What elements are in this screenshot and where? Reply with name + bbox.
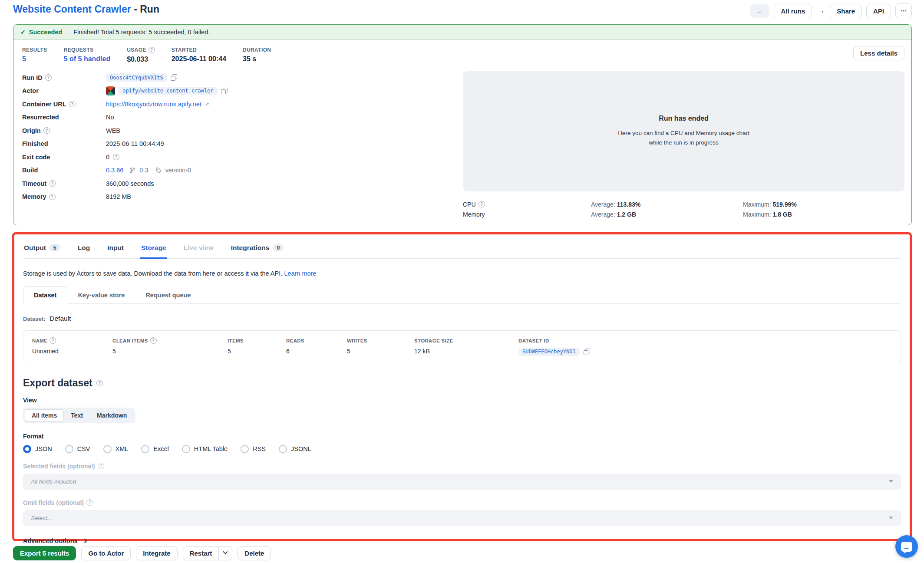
detail-row-origin: Origin WEB <box>22 124 463 138</box>
format-radio-xml[interactable]: XML <box>103 445 129 453</box>
subtab-key-value-store[interactable]: Key-value store <box>67 287 135 303</box>
usage-chart-column: Run has ended Here you can find a CPU an… <box>463 71 904 218</box>
tab-integrations[interactable]: Integrations 0 <box>230 241 285 259</box>
memory-average-value: 1.2 GB <box>617 211 636 218</box>
learn-more-link[interactable]: Learn more <box>284 270 316 277</box>
memory-maximum-value: 1.8 GB <box>772 211 792 218</box>
format-radio-excel[interactable]: Excel <box>141 445 168 453</box>
arrow-left-icon: ← <box>756 7 763 15</box>
selected-fields-select[interactable]: All fields included <box>23 474 901 490</box>
container-url-link[interactable]: https://8koxjyodztow.runs.apify.net <box>106 101 201 108</box>
copy-icon[interactable] <box>171 74 177 81</box>
more-options-button[interactable]: ⋯ <box>895 3 912 18</box>
build-branch: 0.3 <box>139 167 148 174</box>
detail-row-run-id: Run ID Ooosc4tCYqubVXItS <box>22 71 463 85</box>
format-radio-jsonl[interactable]: JSONL <box>279 445 311 453</box>
subtab-dataset[interactable]: Dataset <box>23 286 67 304</box>
go-to-actor-button[interactable]: Go to Actor <box>81 546 131 560</box>
radio-icon <box>103 445 112 453</box>
format-radio-rss[interactable]: RSS <box>241 445 266 453</box>
help-icon[interactable] <box>43 127 50 134</box>
help-icon[interactable] <box>113 154 119 160</box>
detail-row-build: Build 0.3.66 0.3 <box>22 164 463 177</box>
share-button[interactable]: Share <box>830 4 862 18</box>
build-tag: version-0 <box>165 167 191 174</box>
status-text: Succeeded <box>29 29 63 36</box>
stat-results: RESULTS 5 <box>22 46 47 63</box>
storage-section-annotated: Output 5 Log Input Storage Live view Int… <box>12 232 912 541</box>
tab-input[interactable]: Input <box>106 241 125 259</box>
radio-icon <box>182 445 190 453</box>
help-icon[interactable] <box>86 499 93 506</box>
export-dataset-heading: Export dataset <box>23 377 901 389</box>
dataset-stats-card: NAME Unnamed CLEAN ITEMS 5 ITEMS 5 READS… <box>23 330 901 363</box>
help-icon[interactable] <box>45 74 52 81</box>
view-segmented-control: All items Text Markdown <box>23 408 135 423</box>
results-value-link[interactable]: 5 <box>22 55 47 63</box>
next-run-button[interactable]: → <box>816 3 825 18</box>
chat-widget-button[interactable] <box>895 535 918 558</box>
delete-button[interactable]: Delete <box>238 546 271 560</box>
omit-fields-select[interactable]: Select... <box>23 510 901 526</box>
export-results-button[interactable]: Export 5 results <box>13 546 76 560</box>
stat-requests: REQUESTS 5 of 5 handled <box>64 46 111 63</box>
actor-chip[interactable]: apify/website-content-crawler <box>119 87 218 95</box>
actor-logo-icon <box>106 86 115 95</box>
restart-button[interactable]: Restart <box>183 546 219 560</box>
view-option-markdown[interactable]: Markdown <box>90 409 134 421</box>
dataset-name: Default <box>50 315 71 323</box>
dataset-id-chip[interactable]: SUDWEFEOHcheyYND3 <box>518 348 580 356</box>
status-message: Finished! Total 5 requests: 5 succeeded,… <box>73 29 210 36</box>
format-radio-html-table[interactable]: HTML Table <box>182 445 228 453</box>
help-icon[interactable] <box>148 47 155 53</box>
view-option-all-items[interactable]: All items <box>25 409 64 421</box>
subtab-request-queue[interactable]: Request queue <box>135 287 201 303</box>
radio-icon <box>141 445 149 453</box>
integrate-button[interactable]: Integrate <box>136 546 177 560</box>
help-icon[interactable] <box>69 101 76 107</box>
help-icon[interactable] <box>49 194 56 200</box>
build-version-link[interactable]: 0.3.66 <box>106 167 123 174</box>
actor-title-link[interactable]: Website Content Crawler <box>13 3 131 15</box>
copy-icon[interactable] <box>584 349 590 355</box>
detail-row-finished: Finished 2025-06-11 00:44:49 <box>22 137 463 151</box>
prev-run-button[interactable]: ← <box>750 4 769 18</box>
tab-storage[interactable]: Storage <box>140 241 167 259</box>
chart-placeholder-line1: Here you can find a CPU and Memory usage… <box>618 130 749 136</box>
radio-icon <box>65 445 73 453</box>
copy-icon[interactable] <box>221 88 228 94</box>
status-banner: ✓ Succeeded Finished! Total 5 requests: … <box>13 25 911 40</box>
format-radio-csv[interactable]: CSV <box>65 445 90 453</box>
help-icon[interactable] <box>478 201 485 207</box>
chevron-down-icon <box>889 517 893 519</box>
footer-action-bar: Export 5 results Go to Actor Integrate R… <box>0 543 924 563</box>
storage-subtabs: Dataset Key-value store Request queue <box>23 286 901 304</box>
format-radio-json[interactable]: JSON <box>23 445 52 453</box>
dataset-stat-writes: WRITES 5 <box>347 337 414 356</box>
dataset-stat-storage-size: STORAGE SIZE 12 kB <box>414 337 518 356</box>
tab-output[interactable]: Output 5 <box>23 241 61 259</box>
run-stats-row: RESULTS 5 REQUESTS 5 of 5 handled USAGE … <box>22 46 904 63</box>
help-icon[interactable] <box>49 180 56 187</box>
less-details-button[interactable]: Less details <box>853 46 904 60</box>
stat-usage: USAGE $0.033 <box>127 46 155 63</box>
detail-row-resurrected: Resurrected No <box>22 111 463 124</box>
help-icon[interactable] <box>98 463 104 469</box>
help-icon[interactable] <box>150 337 157 344</box>
help-icon[interactable] <box>96 380 103 386</box>
stat-started: STARTED 2025-06-11 00:44 <box>172 46 226 63</box>
tab-log[interactable]: Log <box>77 241 91 259</box>
chart-placeholder: Run has ended Here you can find a CPU an… <box>463 71 904 191</box>
run-id-chip[interactable]: Ooosc4tCYqubVXItS <box>106 73 167 82</box>
radio-icon <box>241 445 249 453</box>
api-button[interactable]: API <box>866 4 891 18</box>
page-title-suffix: - Run <box>134 3 159 15</box>
radio-icon <box>279 445 287 453</box>
view-option-text[interactable]: Text <box>64 409 90 421</box>
detail-row-exit-code: Exit code 0 <box>22 151 463 164</box>
dataset-stat-items: ITEMS 5 <box>228 337 286 356</box>
help-icon[interactable] <box>50 337 56 344</box>
all-runs-button[interactable]: All runs <box>774 4 812 18</box>
requests-value-link[interactable]: 5 of 5 handled <box>64 55 111 63</box>
restart-dropdown-button[interactable] <box>219 546 232 560</box>
